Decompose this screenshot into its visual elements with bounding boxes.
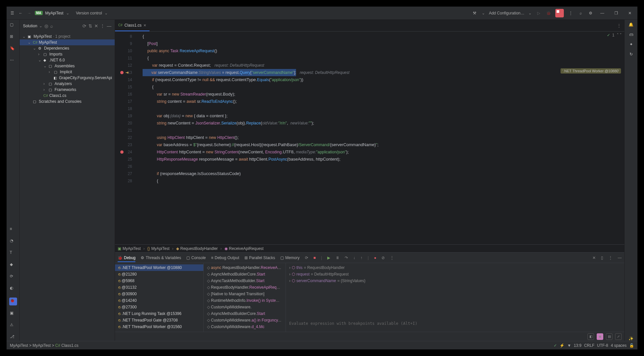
todo-icon[interactable]: ≡: [10, 227, 16, 233]
debug-tab-output[interactable]: ≡ Debug Output: [211, 256, 239, 260]
evaluate-prompt[interactable]: Evaluate expression with breakpoints ava…: [286, 320, 624, 327]
more-icon[interactable]: ⋮: [100, 23, 105, 29]
services-icon[interactable]: ◔: [10, 238, 16, 245]
frame-item[interactable]: ◇ async RequestBodyHandler.ReceiveApiReq…: [204, 264, 286, 271]
status-encoding[interactable]: UTF-8: [597, 343, 608, 348]
locate-icon[interactable]: ◎: [44, 23, 48, 29]
thread-item[interactable]: ⎋ @31132: [115, 284, 203, 291]
thread-item[interactable]: ⎋ @14240: [115, 297, 203, 304]
step-out-icon[interactable]: ↑: [360, 256, 362, 260]
view-breakpoints-icon[interactable]: ●: [374, 256, 376, 260]
thread-item[interactable]: ⎋ @30900: [115, 291, 203, 297]
toggle3-icon[interactable]: ▤: [606, 333, 612, 340]
tree-project[interactable]: ⌄C#MyApiTest: [20, 39, 115, 45]
more-icon[interactable]: ⋮: [614, 23, 624, 28]
status-position[interactable]: 13:9: [574, 343, 581, 348]
terminal-icon[interactable]: ▣: [10, 311, 16, 317]
tree-frameworks[interactable]: ›▢Frameworks: [20, 87, 115, 93]
debug-icon[interactable]: 🐞: [545, 10, 551, 16]
breadcrumb-item[interactable]: {}MyApiTest: [147, 246, 169, 251]
frame-item[interactable]: ◇ CustomApiMiddleware.d_4.Mc: [204, 323, 286, 330]
frame-item[interactable]: ◇ RequestBodyHandler.ReceiveApiRequest()…: [204, 284, 286, 291]
stop-button[interactable]: [555, 9, 564, 17]
breadcrumb-item[interactable]: ▣MyApiTest: [118, 246, 141, 251]
tree-analyzers[interactable]: ›▢Analyzers: [20, 81, 115, 87]
inspection-widget[interactable]: ✓ 1 ˄ ˅: [607, 33, 622, 37]
thread-item[interactable]: ⎋ .NET ThreadPool Worker @31560: [115, 323, 203, 330]
refresh-icon[interactable]: ⟳: [82, 23, 86, 29]
build-icon[interactable]: ⚒: [472, 10, 478, 16]
search-icon[interactable]: ⌕: [50, 23, 53, 29]
more-icon[interactable]: ⋮: [390, 256, 394, 260]
thread-item[interactable]: ⎋ .NET ThreadPool Worker @10880: [115, 264, 203, 271]
settings-icon[interactable]: ⚙: [587, 10, 593, 16]
back-icon[interactable]: ←: [18, 10, 24, 16]
minimize-icon[interactable]: —: [618, 256, 622, 260]
resume-icon[interactable]: ▶: [327, 256, 330, 260]
thread-item[interactable]: ⎋ .NET ThreadPool Gate @23708: [115, 317, 203, 323]
debug-tab-memory[interactable]: ▢ Memory: [280, 256, 299, 260]
breakpoint-icon[interactable]: [120, 150, 124, 154]
code-editor[interactable]: { [Post] public async Task ReceiveApiReq…: [140, 32, 624, 244]
tab-class1[interactable]: C# Class1.cs ×: [115, 20, 150, 31]
status-path[interactable]: MyApiTest > MyApiTest > C# Class1.cs: [10, 343, 79, 348]
close-icon[interactable]: ✕: [592, 256, 596, 260]
project-name[interactable]: MyApiTest: [45, 11, 63, 15]
problems-icon[interactable]: ⚠: [10, 323, 16, 329]
chevron-down-icon[interactable]: ⌄: [66, 11, 69, 15]
notifications-icon[interactable]: 🔔: [629, 22, 633, 27]
chevron-down-icon[interactable]: ⌄: [104, 11, 108, 15]
more-icon[interactable]: ⋮: [568, 10, 574, 16]
frame-item[interactable]: ◇ AsyncMethodBuilderCore.Start: [204, 271, 286, 278]
tree-scratches[interactable]: ▢Scratches and Consoles: [20, 99, 115, 104]
build-tool-icon[interactable]: ◐: [10, 286, 16, 292]
frame-item[interactable]: ◇ AsyncMethodBuilderCore.Start: [204, 310, 286, 317]
restore-icon[interactable]: ❐: [611, 8, 621, 18]
unit-test-icon[interactable]: T: [10, 250, 16, 257]
debug-tab-console[interactable]: ▢ Console: [186, 256, 206, 260]
status-readonly-icon[interactable]: 🔓: [629, 343, 634, 348]
status-indent[interactable]: 4 spaces: [611, 343, 627, 348]
toggle1-icon[interactable]: ◧: [587, 333, 594, 340]
collapse-icon[interactable]: ⇅: [88, 23, 92, 29]
frame-item[interactable]: ◇ CustomApiMiddleware.: [204, 304, 286, 310]
debug-tool-icon[interactable]: 🐞: [9, 298, 17, 305]
stop-icon[interactable]: ■: [313, 256, 316, 260]
run-icon[interactable]: ▷: [536, 10, 541, 16]
variable-item[interactable]: › ⬡ serverCommandName = {StringValues}: [286, 278, 624, 284]
tree-imports[interactable]: ›▢Imports: [20, 51, 115, 57]
close-icon[interactable]: ✕: [94, 23, 98, 29]
pause-icon[interactable]: ⏸: [335, 256, 339, 260]
variable-item[interactable]: › ⬡ request = DefaultHttpRequest: [286, 271, 624, 278]
step-over-icon[interactable]: ↷: [345, 256, 348, 260]
status-lock-icon[interactable]: ▼: [567, 343, 571, 348]
close-icon[interactable]: ✕: [625, 8, 635, 18]
explorer-title[interactable]: Solution: [23, 24, 37, 28]
breadcrumb-item[interactable]: ◉ReceiveApiRequest: [224, 246, 264, 251]
bookmark-icon[interactable]: 🔖: [10, 46, 16, 53]
breadcrumb-item[interactable]: ◆RequestBodyHandler: [176, 246, 218, 251]
minimize-icon[interactable]: —: [597, 8, 607, 18]
minimize-icon[interactable]: —: [107, 23, 111, 29]
frame-item[interactable]: ◇ RuntimeMethodInfo.Invoke() in System.R…: [204, 297, 286, 304]
forward-icon[interactable]: →: [26, 10, 32, 16]
structure-icon[interactable]: ⊞: [10, 34, 16, 41]
vcs-icon[interactable]: ⎇: [10, 334, 16, 341]
frame-item[interactable]: ◇ CustomApiMiddleware.a() in Forguncy.Ka…: [204, 317, 286, 323]
more-horizontal-icon[interactable]: ⋯: [10, 58, 16, 64]
chevron-down-icon[interactable]: ⌄: [39, 24, 42, 28]
tree-net60[interactable]: ⌄◆.NET 6.0: [20, 57, 115, 63]
variable-item[interactable]: › ⬡ this = RequestBodyHandler: [286, 264, 624, 271]
toggle4-icon[interactable]: ⤢: [615, 333, 622, 340]
thread-item[interactable]: ⎋ @27300: [115, 304, 203, 310]
close-tab-icon[interactable]: ×: [144, 23, 146, 28]
ai-icon[interactable]: ✦: [630, 42, 633, 47]
tree-class1[interactable]: C#Class1.cs: [20, 93, 115, 99]
step-into-icon[interactable]: ↓: [353, 256, 355, 260]
mute-breakpoints-icon[interactable]: ⊘: [381, 256, 385, 260]
folder-icon[interactable]: ▢: [10, 22, 16, 29]
thread-item[interactable]: ⎋ .NET Long Running Task @15396: [115, 310, 203, 317]
thread-item[interactable]: ⎋ @21280: [115, 271, 203, 278]
search-icon[interactable]: ⌕: [578, 10, 584, 16]
database-icon[interactable]: 🗃: [629, 32, 633, 37]
